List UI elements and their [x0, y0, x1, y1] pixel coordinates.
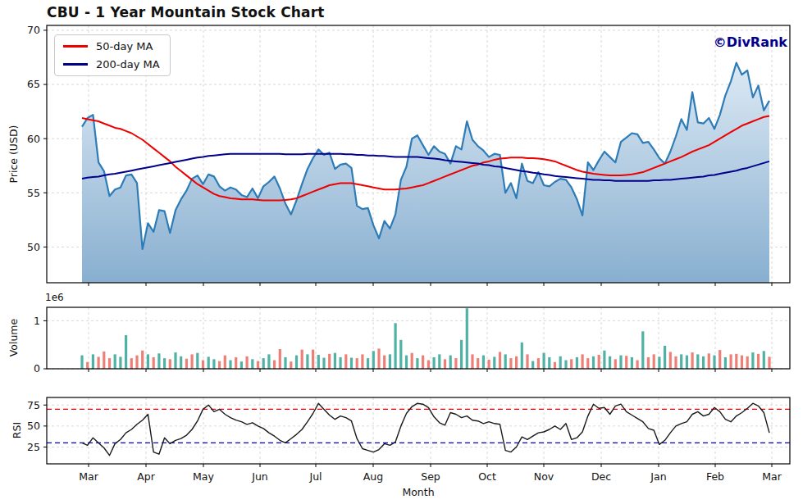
volume-bar: [730, 354, 732, 369]
volume-bar: [741, 356, 743, 369]
volume-bar: [438, 354, 440, 369]
y-tick-label: 65: [27, 78, 40, 90]
x-tick-label: Mar: [79, 470, 98, 483]
volume-bar: [713, 356, 715, 369]
x-tick-label: Nov: [534, 470, 554, 483]
volume-bar: [108, 358, 111, 369]
volume-bar: [405, 356, 408, 369]
volume-bar: [86, 362, 89, 369]
volume-bar: [686, 356, 688, 369]
volume-bar: [322, 358, 325, 370]
y-tick-label: 70: [27, 24, 40, 36]
x-tick-label: Jul: [308, 470, 322, 483]
volume-bar: [702, 356, 705, 369]
volume-bar: [411, 353, 413, 369]
volume-bar: [191, 354, 194, 369]
volume-bar: [267, 354, 270, 369]
volume-bar: [564, 361, 567, 370]
y-tick-label: 60: [27, 133, 40, 145]
volume-bar: [344, 354, 347, 369]
volume-bar: [372, 351, 375, 369]
volume-bar: [169, 359, 171, 369]
volume-bar: [718, 350, 721, 369]
x-tick-label: Jun: [251, 470, 268, 483]
volume-bar: [449, 356, 452, 369]
volume-bar: [185, 359, 188, 369]
volume-bar: [399, 340, 402, 369]
volume-scale-offset: 1e6: [45, 292, 64, 303]
volume-bar: [471, 354, 473, 369]
volume-bar: [521, 343, 523, 369]
volume-bar: [598, 355, 600, 369]
volume-bar: [389, 354, 391, 369]
volume-bar: [301, 350, 303, 369]
volume-bar: [592, 356, 595, 369]
volume-bar: [515, 356, 518, 369]
volume-bar: [444, 359, 446, 369]
volume-bar: [582, 354, 584, 369]
volume-bar: [180, 356, 182, 369]
volume-bar: [477, 358, 479, 369]
volume-bar: [328, 354, 331, 369]
volume-bar: [669, 352, 672, 370]
x-tick-label: Sep: [421, 470, 440, 483]
volume-bar: [427, 361, 430, 370]
volume-bar: [576, 357, 578, 369]
price-area-fill: [82, 63, 769, 283]
volume-bar: [284, 357, 286, 369]
volume-bar: [653, 354, 655, 369]
volume-bar: [658, 356, 660, 369]
volume-bar: [235, 357, 237, 369]
legend: 50-day MA 200-day MA: [54, 34, 171, 76]
volume-bar: [531, 361, 534, 369]
volume-bar: [554, 362, 556, 369]
stock-chart-figure: 5055606570 01 255075MarAprMayJunJulAugSe…: [0, 0, 812, 504]
volume-bar: [224, 356, 226, 369]
volume-bar: [317, 355, 320, 369]
volume-bar: [334, 353, 336, 369]
volume-bar: [499, 352, 501, 370]
legend-item-ma200: 200-day MA: [63, 58, 160, 70]
volume-bar: [98, 356, 100, 369]
x-axis-label: Month: [402, 486, 434, 498]
volume-bar: [636, 361, 639, 370]
volume-bar: [92, 354, 94, 369]
volume-bar: [340, 357, 342, 369]
rsi-panel: 255075MarAprMayJunJulAugSepOctNovDecJanF…: [27, 397, 790, 483]
volume-bar: [257, 361, 259, 369]
ma50-line-swatch: [63, 45, 88, 48]
y-tick-label: 75: [27, 399, 40, 411]
volume-bar: [735, 354, 737, 369]
volume-bar: [543, 353, 545, 369]
rsi-axis-label: RSI: [11, 422, 23, 438]
volume-bar: [454, 358, 457, 369]
x-tick-label: Mar: [762, 470, 782, 483]
volume-bar: [135, 356, 138, 369]
volume-bar: [295, 356, 298, 369]
volume-bar: [696, 354, 699, 369]
watermark-brand: ©DivRank: [714, 34, 787, 50]
volume-bar: [559, 356, 562, 369]
volume-bar: [279, 349, 281, 369]
volume-bar: [141, 351, 144, 369]
volume-bar: [724, 357, 727, 369]
volume-panel: 01: [34, 307, 790, 375]
volume-bar: [229, 361, 231, 370]
volume-bar: [570, 359, 573, 369]
volume-bar: [691, 352, 694, 369]
volume-bar: [763, 351, 765, 369]
volume-bar: [751, 352, 754, 369]
volume-bar: [631, 357, 633, 369]
volume-bar: [125, 335, 127, 369]
chart-title: CBU - 1 Year Mountain Stock Chart: [47, 4, 325, 20]
volume-bar: [493, 356, 495, 369]
y-tick-label: 50: [27, 241, 40, 253]
volume-bar: [202, 361, 204, 370]
volume-bar: [609, 356, 611, 369]
volume-bar: [526, 354, 528, 369]
volume-bar: [208, 356, 210, 369]
volume-bar: [768, 356, 770, 369]
volume-bar: [757, 354, 760, 369]
y-tick-label: 25: [27, 441, 40, 453]
volume-bar: [537, 358, 540, 369]
